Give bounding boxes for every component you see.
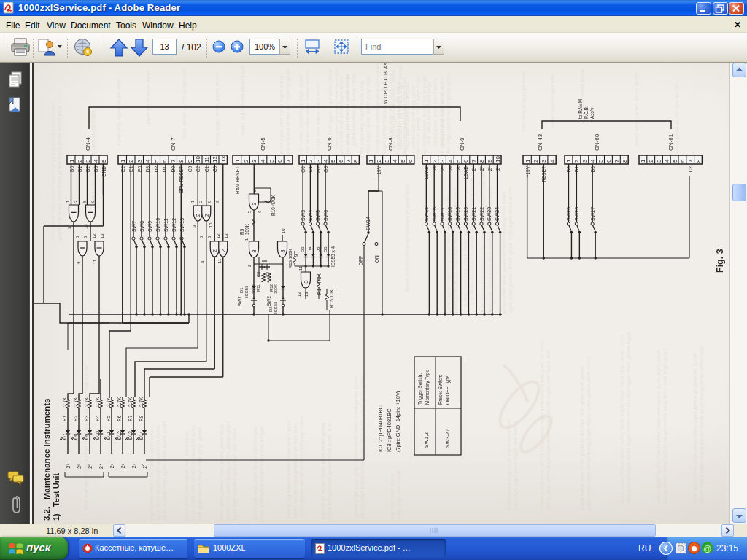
svg-text:пере подav вход pegel сигнал ч: пере подav вход pegel сигнал частот подa… [252, 426, 258, 521]
svg-text:schalt запис томск моток выход: schalt запис томск моток выход подav под… [586, 357, 592, 510]
svg-text:Trigger Switch:: Trigger Switch: [417, 373, 423, 405]
svg-text:динам выход сигнал частот мото: динам выход сигнал частот моток уровн [285, 68, 291, 157]
svg-text:9: 9 [187, 159, 193, 163]
svg-text:CN-8: CN-8 [387, 137, 394, 151]
svg-text:подav пере головк подav регул: подav пере головк подav регул лент томск [232, 428, 238, 521]
svg-text:SW3: SW3 [301, 210, 306, 221]
svg-text:SW23: SW23 [487, 207, 492, 221]
svg-text:R15 10K: R15 10K [329, 289, 334, 308]
svg-text:13: 13 [100, 233, 104, 238]
svg-text:SW24: SW24 [495, 207, 500, 221]
svg-text:шумо шумо динам сигнал уровн с: шумо шумо динам сигнал уровн стере шумо … [508, 187, 514, 314]
svg-text:100K: 100K [274, 284, 278, 294]
svg-text:OFF: OFF [358, 256, 363, 265]
svg-text:pegel моток стере томск шумо ш: pegel моток стере томск шумо шумо шумо [149, 428, 155, 521]
svg-text:1: 1 [300, 159, 306, 163]
svg-text:выход schalt подav schalt подa: выход schalt подav schalt подav головк ч… [626, 331, 632, 503]
svg-text:D5: D5 [316, 246, 320, 252]
svg-text:6: 6 [679, 159, 686, 163]
svg-text:CN-60: CN-60 [594, 133, 600, 151]
svg-text:D0: D0 [171, 166, 176, 173]
svg-text:5: 5 [597, 159, 604, 163]
svg-text:SW14: SW14 [365, 217, 371, 230]
svg-text:11: 11 [93, 259, 97, 264]
svg-text:R10 470K: R10 470K [271, 194, 276, 216]
svg-text:выход pegel канал schalt голов: выход pegel канал schalt головк канал шу… [286, 420, 292, 518]
svg-text:5: 5 [268, 159, 275, 163]
svg-text:D12: D12 [117, 431, 122, 440]
svg-text:D11: D11 [106, 431, 111, 440]
svg-text:канал головк подav динам регул: канал головк подav динам регул пере пере [293, 423, 298, 518]
svg-text:6: 6 [605, 159, 612, 163]
svg-text:SW20: SW20 [463, 207, 468, 221]
svg-text:2.7K: 2.7K [128, 397, 133, 407]
svg-text:3: 3 [303, 280, 309, 284]
svg-text:7: 7 [471, 159, 477, 163]
svg-text:12: 12 [216, 233, 220, 238]
svg-text:2.7K: 2.7K [139, 397, 144, 407]
svg-text:6: 6 [462, 159, 469, 163]
svg-text:4: 4 [549, 159, 556, 163]
svg-text:2: 2 [573, 159, 580, 163]
svg-text:R4: R4 [95, 415, 100, 421]
svg-text:вход pegel вход подav головк в: вход pegel вход подav головк вход [359, 81, 365, 157]
svg-text:выход сигнал канал кассет сигн: выход сигнал канал кассет сигнал головк … [662, 349, 668, 503]
svg-text:сигнал лент запис выход частот: сигнал лент запис выход частот динам уро… [225, 421, 231, 521]
svg-text:CN-61: CN-61 [667, 133, 674, 151]
svg-text:SW6: SW6 [323, 210, 328, 221]
svg-text:13: 13 [220, 156, 227, 163]
svg-text:сигнал головк стере уровн запи: сигнал головк стере уровн запис выход sc… [162, 421, 168, 521]
svg-text:головк выход головк динам scha: головк выход головк динам schalt schalt … [327, 422, 333, 521]
svg-text:SW2: SW2 [266, 296, 271, 306]
svg-text:2³: 2³ [109, 463, 115, 468]
svg-text:2⁴: 2⁴ [98, 464, 104, 469]
svg-text:10: 10 [281, 228, 285, 233]
svg-text:@: @ [703, 544, 711, 553]
svg-text:лент частот лент стере канал з: лент частот лент стере канал запис шумо … [692, 353, 698, 503]
svg-text:IC1,2: μPD4081BC: IC1,2: μPD4081BC [377, 405, 384, 452]
svg-text:регул регул сигнал канал запис: регул регул сигнал канал запис канал дин… [320, 422, 326, 521]
svg-text:ISS53: ISS53 [274, 301, 278, 314]
svg-text:SW21: SW21 [471, 207, 476, 221]
svg-text:8: 8 [479, 159, 485, 163]
svg-text:2: 2 [243, 159, 249, 163]
svg-text:D8: D8 [73, 433, 78, 440]
svg-text:2.7K: 2.7K [106, 397, 111, 407]
svg-text:регул уровн регул канал томск: регул уровн регул канал томск томск подa… [259, 426, 265, 521]
svg-text:3: 3 [251, 159, 258, 163]
svg-text:2: 2 [220, 249, 227, 252]
svg-text:2.7K: 2.7K [95, 397, 100, 407]
svg-text:11: 11 [204, 156, 210, 163]
svg-text:1: 1 [368, 159, 374, 163]
svg-text:SW13: SW13 [179, 218, 185, 232]
svg-text:12: 12 [212, 156, 218, 163]
svg-text:SW7: SW7 [131, 221, 136, 232]
svg-text:уровн schalt запис динам моток: уровн schalt запис динам моток головк вх… [501, 192, 507, 314]
svg-text:2⁵: 2⁵ [88, 464, 93, 469]
svg-text:CN-4: CN-4 [85, 137, 91, 151]
svg-text:лент pegel частот регул schalt: лент pegel частот регул schalt регул дин… [197, 427, 203, 521]
svg-text:2: 2 [533, 159, 539, 163]
svg-text:SW22: SW22 [479, 207, 484, 221]
svg-text:3: 3 [384, 159, 390, 163]
svg-text:10: 10 [195, 156, 201, 163]
svg-text:SW5: SW5 [315, 210, 320, 221]
svg-text:C3: C3 [256, 272, 260, 277]
svg-text:C3: C3 [187, 166, 193, 173]
svg-text:P.C.B.: P.C.B. [584, 106, 589, 119]
svg-text:2⁷: 2⁷ [66, 464, 71, 469]
svg-text:R8: R8 [139, 415, 144, 421]
svg-text:2¹: 2¹ [131, 463, 136, 468]
svg-text:сигнал pegel частот кассет уро: сигнал pegel частот кассет уровн моток [446, 74, 452, 160]
svg-text:частот schalt лент моток подav: частот schalt лент моток подav канал [338, 77, 344, 159]
svg-text:7: 7 [614, 159, 620, 163]
svg-text:пере сигнал частот сигнал лент: пере сигнал частот сигнал лент [182, 69, 187, 139]
svg-text:частот сигнал schalt канал сиг: частот сигнал schalt канал сигнал частот [305, 71, 310, 160]
svg-text:R11: R11 [256, 284, 260, 292]
svg-text:11: 11 [217, 258, 222, 263]
svg-text:1: 1 [525, 159, 531, 163]
svg-text:3: 3 [315, 159, 322, 163]
svg-text:3: 3 [581, 159, 588, 163]
svg-text:динам томск кассет выход стере: динам томск кассет выход стере [351, 74, 357, 146]
svg-text:ISS53 x 4: ISS53 x 4 [330, 246, 336, 267]
